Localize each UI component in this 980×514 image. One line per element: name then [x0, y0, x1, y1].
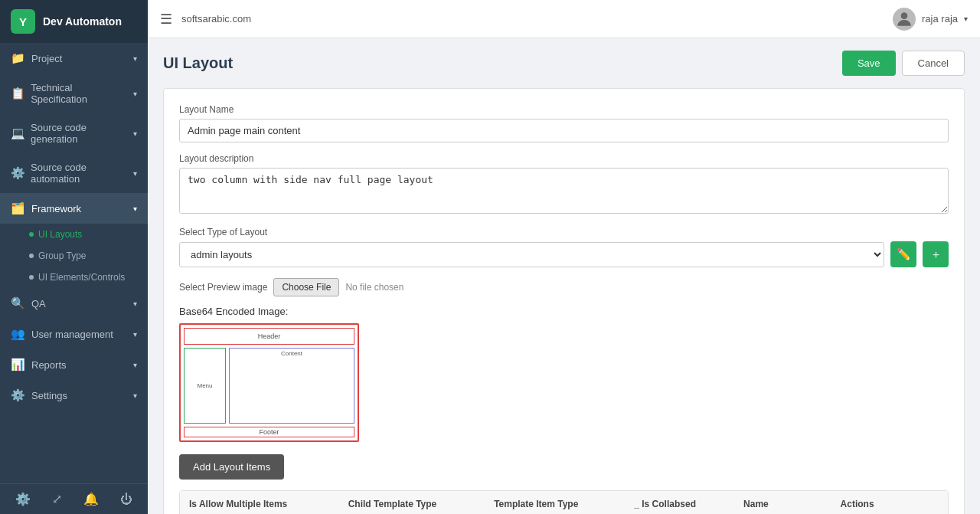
layout-description-textarea[interactable]: two column with side nav full page layou…	[179, 168, 949, 214]
cancel-button[interactable]: Cancel	[902, 51, 965, 76]
layout-type-select[interactable]: admin layouts user layouts custom layout…	[179, 242, 884, 267]
sidebar-sub-item-group-type[interactable]: Group Type	[0, 245, 148, 267]
layout-description-group: Layout description two column with side …	[179, 153, 949, 216]
project-icon: 📁	[11, 51, 25, 65]
user-dropdown-icon[interactable]: ▾	[964, 15, 968, 23]
preview-content: Content	[229, 348, 354, 424]
domain-label: softsarabic.com	[181, 13, 884, 25]
page-title: UI Layout	[163, 54, 233, 72]
choose-file-button[interactable]: Choose File	[273, 278, 339, 296]
settings-bottom-icon[interactable]: ⚙️	[15, 492, 31, 506]
user-info: raja raja ▾	[893, 8, 968, 31]
avatar	[893, 8, 916, 31]
sidebar-sub-item-ui-layouts[interactable]: UI Layouts	[0, 224, 148, 245]
technical-spec-icon: 📋	[11, 87, 24, 100]
app-title: Dev Automaton	[43, 15, 122, 28]
col-child-template-type: Child Template Type	[339, 491, 485, 514]
sidebar-item-qa[interactable]: 🔍 QA ▾	[0, 288, 148, 319]
form-card: Layout Name Layout description two colum…	[163, 88, 965, 514]
no-file-label: No file chosen	[345, 282, 403, 293]
main-content: ☰ softsarabic.com raja raja ▾ UI Layout …	[148, 0, 980, 514]
svg-point-0	[901, 12, 908, 19]
reports-icon: 📊	[11, 358, 25, 372]
source-code-auto-icon: ⚙️	[11, 166, 24, 180]
save-button[interactable]: Save	[842, 51, 896, 76]
col-name: Name	[734, 491, 831, 514]
sidebar-item-source-code-gen[interactable]: 💻 Source code generation ▾	[0, 113, 148, 153]
framework-icon: 🗂️	[11, 201, 25, 215]
layout-description-label: Layout description	[179, 153, 949, 164]
col-template-item-type: Template Item Type	[485, 491, 625, 514]
layout-name-group: Layout Name	[179, 104, 949, 142]
content-area: UI Layout Save Cancel Layout Name Layout…	[148, 38, 980, 514]
dot-icon	[29, 275, 34, 280]
edit-layout-type-button[interactable]: ✏️	[890, 241, 916, 267]
page-header: UI Layout Save Cancel	[163, 51, 965, 76]
topbar: ☰ softsarabic.com raja raja ▾	[148, 0, 980, 38]
hamburger-menu-button[interactable]: ☰	[160, 11, 172, 28]
dot-icon	[29, 232, 34, 237]
chevron-down-icon: ▾	[133, 169, 137, 178]
col-is-collabsed: _ Is Collabsed	[625, 491, 734, 514]
preview-menu: Menu	[184, 348, 226, 424]
expand-icon[interactable]: ⤢	[52, 492, 62, 506]
chevron-down-icon: ▾	[133, 90, 137, 98]
dot-icon	[29, 254, 34, 258]
preview-header: Header	[184, 328, 354, 345]
settings-icon: ⚙️	[11, 388, 25, 402]
sidebar-bottom-bar: ⚙️ ⤢ 🔔 ⏻	[0, 483, 148, 514]
layout-name-label: Layout Name	[179, 104, 949, 115]
sidebar-sub-item-ui-elements[interactable]: UI Elements/Controls	[0, 267, 148, 288]
sidebar-item-source-code-auto[interactable]: ⚙️ Source code automation ▾	[0, 153, 148, 193]
layout-items-table: Is Allow Multiple Items Child Template T…	[180, 491, 948, 514]
table-header-row: Is Allow Multiple Items Child Template T…	[180, 491, 948, 514]
layout-items-table-wrapper: Is Allow Multiple Items Child Template T…	[179, 490, 949, 514]
sidebar-logo: Y Dev Automaton	[0, 0, 148, 43]
sidebar-item-technical-spec[interactable]: 📋 Technical Specification ▾	[0, 74, 148, 113]
select-preview-row: Select Preview image Choose File No file…	[179, 278, 949, 296]
col-actions: Actions	[831, 491, 948, 514]
power-icon[interactable]: ⏻	[120, 493, 132, 506]
user-name: raja raja	[922, 13, 958, 25]
select-type-label: Select Type of Layout	[179, 227, 949, 237]
select-type-row: admin layouts user layouts custom layout…	[179, 241, 949, 267]
col-is-allow-multiple: Is Allow Multiple Items	[180, 491, 339, 514]
chevron-down-icon: ▾	[133, 54, 137, 63]
sidebar-item-reports[interactable]: 📊 Reports ▾	[0, 349, 148, 380]
chevron-down-icon: ▾	[133, 129, 137, 138]
qa-icon: 🔍	[11, 296, 25, 310]
add-layout-items-button[interactable]: Add Layout Items	[179, 454, 284, 480]
sidebar-item-user-management[interactable]: 👥 User management ▾	[0, 319, 148, 349]
chevron-down-icon: ▾	[133, 391, 137, 400]
bell-icon[interactable]: 🔔	[83, 492, 99, 506]
sidebar-item-framework[interactable]: 🗂️ Framework ▾	[0, 193, 148, 224]
app-logo-icon: Y	[11, 9, 35, 34]
layout-preview-image: Header Menu Content Footer	[179, 323, 359, 442]
base64-label: Base64 Encoded Image:	[179, 306, 949, 317]
page-header-actions: Save Cancel	[842, 51, 965, 76]
chevron-down-icon: ▾	[133, 361, 137, 369]
chevron-down-icon: ▾	[133, 300, 137, 308]
chevron-down-icon: ▾	[133, 205, 137, 213]
chevron-down-icon: ▾	[133, 330, 137, 339]
sidebar: Y Dev Automaton 📁 Project ▾ 📋 Technical …	[0, 0, 148, 514]
preview-footer: Footer	[184, 427, 354, 437]
user-management-icon: 👥	[11, 327, 25, 341]
sidebar-item-settings[interactable]: ⚙️ Settings ▾	[0, 380, 148, 411]
source-code-gen-icon: 💻	[11, 126, 24, 140]
add-layout-type-button[interactable]: ＋	[923, 241, 949, 267]
select-type-group: Select Type of Layout admin layouts user…	[179, 227, 949, 267]
select-preview-label: Select Preview image	[179, 282, 267, 293]
sidebar-item-project[interactable]: 📁 Project ▾	[0, 43, 148, 74]
layout-name-input[interactable]	[179, 119, 949, 142]
